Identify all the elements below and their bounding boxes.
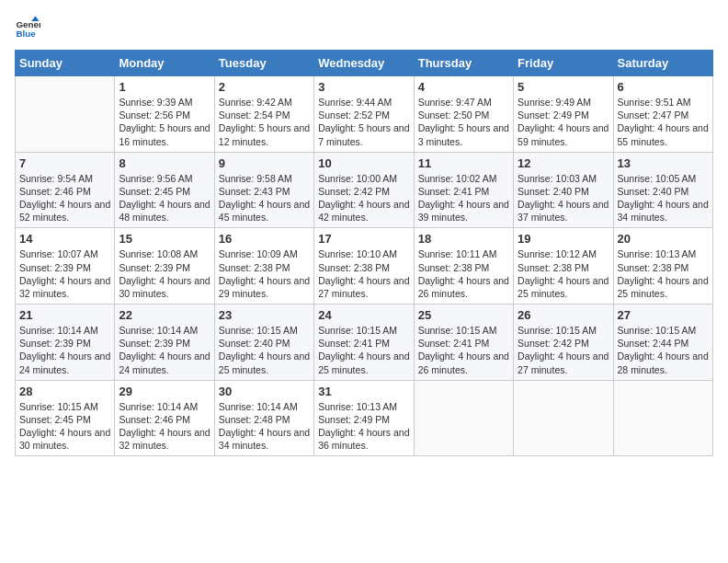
day-info: Sunrise: 10:14 AM Sunset: 2:48 PM Daylig… <box>219 400 310 453</box>
col-header-tuesday: Tuesday <box>214 51 313 76</box>
day-cell: 25Sunrise: 10:15 AM Sunset: 2:41 PM Dayl… <box>414 304 513 381</box>
day-number: 24 <box>318 308 409 322</box>
day-info: Sunrise: 10:14 AM Sunset: 2:39 PM Daylig… <box>19 324 110 376</box>
day-cell: 16Sunrise: 10:09 AM Sunset: 2:38 PM Dayl… <box>214 228 313 304</box>
day-number: 6 <box>618 80 709 94</box>
day-number: 30 <box>219 385 310 398</box>
day-info: Sunrise: 10:00 AM Sunset: 2:42 PM Daylig… <box>318 172 409 224</box>
day-cell: 14Sunrise: 10:07 AM Sunset: 2:39 PM Dayl… <box>16 228 115 304</box>
day-number: 9 <box>219 156 310 170</box>
day-cell: 10Sunrise: 10:00 AM Sunset: 2:42 PM Dayl… <box>314 152 414 228</box>
day-info: Sunrise: 10:15 AM Sunset: 2:42 PM Daylig… <box>518 324 609 376</box>
day-number: 1 <box>119 80 210 94</box>
day-info: Sunrise: 10:02 AM Sunset: 2:41 PM Daylig… <box>418 172 509 224</box>
day-number: 14 <box>19 232 110 246</box>
day-cell: 22Sunrise: 10:14 AM Sunset: 2:39 PM Dayl… <box>115 304 214 381</box>
day-number: 3 <box>318 80 409 94</box>
day-number: 13 <box>618 156 709 170</box>
day-number: 10 <box>318 156 409 170</box>
day-info: Sunrise: 10:08 AM Sunset: 2:39 PM Daylig… <box>119 247 210 300</box>
day-number: 29 <box>119 385 210 398</box>
col-header-sunday: Sunday <box>16 51 115 76</box>
day-cell: 9Sunrise: 9:58 AM Sunset: 2:43 PM Daylig… <box>214 152 313 228</box>
col-header-thursday: Thursday <box>414 51 513 76</box>
day-info: Sunrise: 10:07 AM Sunset: 2:39 PM Daylig… <box>19 247 110 300</box>
day-cell: 7Sunrise: 9:54 AM Sunset: 2:46 PM Daylig… <box>16 152 115 228</box>
day-cell: 17Sunrise: 10:10 AM Sunset: 2:38 PM Dayl… <box>314 228 414 304</box>
day-cell: 15Sunrise: 10:08 AM Sunset: 2:39 PM Dayl… <box>115 228 214 304</box>
day-info: Sunrise: 10:13 AM Sunset: 2:49 PM Daylig… <box>318 400 409 453</box>
day-cell: 12Sunrise: 10:03 AM Sunset: 2:40 PM Dayl… <box>514 152 613 228</box>
day-number: 22 <box>119 308 210 322</box>
day-info: Sunrise: 9:49 AM Sunset: 2:49 PM Dayligh… <box>518 96 609 148</box>
svg-marker-2 <box>31 16 39 21</box>
day-number: 18 <box>418 232 509 246</box>
day-cell: 30Sunrise: 10:14 AM Sunset: 2:48 PM Dayl… <box>214 380 313 456</box>
week-row-4: 21Sunrise: 10:14 AM Sunset: 2:39 PM Dayl… <box>16 304 713 381</box>
day-number: 2 <box>219 80 310 94</box>
col-header-friday: Friday <box>514 51 613 76</box>
day-number: 8 <box>119 156 210 170</box>
day-info: Sunrise: 10:05 AM Sunset: 2:40 PM Daylig… <box>618 172 709 224</box>
day-info: Sunrise: 10:14 AM Sunset: 2:46 PM Daylig… <box>119 400 210 453</box>
day-number: 21 <box>19 308 110 322</box>
col-header-saturday: Saturday <box>613 51 712 76</box>
header-row: SundayMondayTuesdayWednesdayThursdayFrid… <box>16 51 713 76</box>
day-cell: 4Sunrise: 9:47 AM Sunset: 2:50 PM Daylig… <box>414 76 513 153</box>
day-cell: 28Sunrise: 10:15 AM Sunset: 2:45 PM Dayl… <box>16 380 115 456</box>
day-cell: 21Sunrise: 10:14 AM Sunset: 2:39 PM Dayl… <box>16 304 115 381</box>
day-cell: 8Sunrise: 9:56 AM Sunset: 2:45 PM Daylig… <box>115 152 214 228</box>
day-number: 17 <box>318 232 409 246</box>
day-cell: 1Sunrise: 9:39 AM Sunset: 2:56 PM Daylig… <box>115 76 214 153</box>
logo-icon: General Blue <box>15 15 40 40</box>
day-info: Sunrise: 10:15 AM Sunset: 2:44 PM Daylig… <box>618 324 709 376</box>
col-header-wednesday: Wednesday <box>314 51 414 76</box>
day-cell <box>613 380 712 456</box>
page-header: General Blue <box>15 15 713 40</box>
day-number: 25 <box>418 308 509 322</box>
day-cell <box>514 380 613 456</box>
day-number: 4 <box>418 80 509 94</box>
day-cell <box>414 380 513 456</box>
day-info: Sunrise: 10:09 AM Sunset: 2:38 PM Daylig… <box>219 247 310 300</box>
calendar-body: 1Sunrise: 9:39 AM Sunset: 2:56 PM Daylig… <box>16 76 713 456</box>
day-cell: 18Sunrise: 10:11 AM Sunset: 2:38 PM Dayl… <box>414 228 513 304</box>
day-number: 12 <box>518 156 609 170</box>
day-info: Sunrise: 9:51 AM Sunset: 2:47 PM Dayligh… <box>618 96 709 148</box>
day-info: Sunrise: 9:58 AM Sunset: 2:43 PM Dayligh… <box>219 172 310 224</box>
calendar-header: SundayMondayTuesdayWednesdayThursdayFrid… <box>16 51 713 76</box>
day-cell: 3Sunrise: 9:44 AM Sunset: 2:52 PM Daylig… <box>314 76 414 153</box>
day-info: Sunrise: 10:15 AM Sunset: 2:45 PM Daylig… <box>19 400 110 453</box>
week-row-3: 14Sunrise: 10:07 AM Sunset: 2:39 PM Dayl… <box>16 228 713 304</box>
day-number: 26 <box>518 308 609 322</box>
day-cell: 24Sunrise: 10:15 AM Sunset: 2:41 PM Dayl… <box>314 304 414 381</box>
day-number: 27 <box>618 308 709 322</box>
day-cell <box>16 76 115 153</box>
day-info: Sunrise: 9:39 AM Sunset: 2:56 PM Dayligh… <box>119 96 210 148</box>
day-cell: 23Sunrise: 10:15 AM Sunset: 2:40 PM Dayl… <box>214 304 313 381</box>
svg-text:Blue: Blue <box>16 29 36 39</box>
day-info: Sunrise: 10:03 AM Sunset: 2:40 PM Daylig… <box>518 172 609 224</box>
day-info: Sunrise: 10:14 AM Sunset: 2:39 PM Daylig… <box>119 324 210 376</box>
week-row-2: 7Sunrise: 9:54 AM Sunset: 2:46 PM Daylig… <box>16 152 713 228</box>
day-info: Sunrise: 10:15 AM Sunset: 2:41 PM Daylig… <box>418 324 509 376</box>
day-info: Sunrise: 10:11 AM Sunset: 2:38 PM Daylig… <box>418 247 509 300</box>
day-cell: 20Sunrise: 10:13 AM Sunset: 2:38 PM Dayl… <box>613 228 712 304</box>
day-cell: 5Sunrise: 9:49 AM Sunset: 2:49 PM Daylig… <box>514 76 613 153</box>
week-row-5: 28Sunrise: 10:15 AM Sunset: 2:45 PM Dayl… <box>16 380 713 456</box>
day-number: 5 <box>518 80 609 94</box>
day-number: 16 <box>219 232 310 246</box>
day-cell: 6Sunrise: 9:51 AM Sunset: 2:47 PM Daylig… <box>613 76 712 153</box>
day-cell: 29Sunrise: 10:14 AM Sunset: 2:46 PM Dayl… <box>115 380 214 456</box>
day-number: 23 <box>219 308 310 322</box>
day-info: Sunrise: 9:44 AM Sunset: 2:52 PM Dayligh… <box>318 96 409 148</box>
day-cell: 27Sunrise: 10:15 AM Sunset: 2:44 PM Dayl… <box>613 304 712 381</box>
day-info: Sunrise: 10:12 AM Sunset: 2:38 PM Daylig… <box>518 247 609 300</box>
day-cell: 13Sunrise: 10:05 AM Sunset: 2:40 PM Dayl… <box>613 152 712 228</box>
day-number: 28 <box>19 385 110 398</box>
day-number: 19 <box>518 232 609 246</box>
week-row-1: 1Sunrise: 9:39 AM Sunset: 2:56 PM Daylig… <box>16 76 713 153</box>
day-info: Sunrise: 10:10 AM Sunset: 2:38 PM Daylig… <box>318 247 409 300</box>
day-cell: 11Sunrise: 10:02 AM Sunset: 2:41 PM Dayl… <box>414 152 513 228</box>
day-cell: 26Sunrise: 10:15 AM Sunset: 2:42 PM Dayl… <box>514 304 613 381</box>
